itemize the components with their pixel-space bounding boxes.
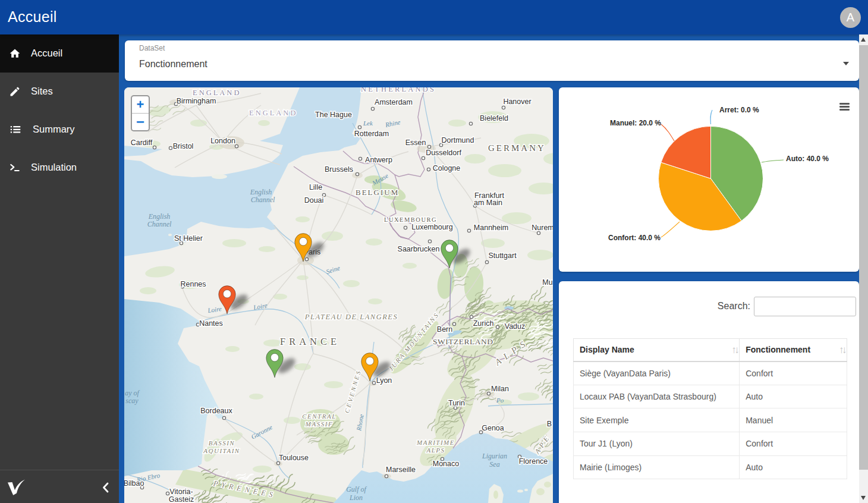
svg-text:BELGIUM: BELGIUM: [356, 188, 399, 197]
svg-text:English: English: [148, 212, 171, 221]
svg-text:Bristol: Bristol: [173, 142, 194, 150]
svg-text:Cologne: Cologne: [433, 164, 461, 172]
svg-text:Nantes: Nantes: [199, 319, 223, 328]
svg-text:Sea: Sea: [489, 460, 499, 469]
svg-text:Lille: Lille: [309, 183, 322, 191]
svg-text:ALPS: ALPS: [426, 447, 445, 454]
svg-text:Douai: Douai: [304, 196, 324, 205]
svg-text:Channel: Channel: [251, 196, 275, 204]
svg-text:Bern: Bern: [437, 325, 452, 334]
svg-text:Genoa: Genoa: [482, 424, 504, 432]
svg-text:London: London: [210, 137, 235, 145]
svg-text:MASSIF: MASSIF: [305, 420, 333, 427]
svg-text:BASSIN: BASSIN: [209, 439, 235, 447]
svg-text:Birmingham: Birmingham: [177, 97, 216, 105]
svg-text:scay: scay: [125, 397, 139, 405]
svg-text:Vitoria-: Vitoria-: [169, 488, 193, 496]
svg-text:Brussels: Brussels: [325, 165, 353, 174]
svg-text:Channel: Channel: [147, 220, 172, 228]
svg-text:Stuttgart: Stuttgart: [488, 252, 517, 260]
svg-text:LUXEMBOURG: LUXEMBOURG: [384, 216, 437, 223]
svg-text:Rennes: Rennes: [180, 280, 206, 288]
svg-text:St Helier: St Helier: [174, 234, 203, 243]
svg-text:PLATEAU DE LANGRES: PLATEAU DE LANGRES: [304, 313, 398, 321]
svg-text:Zurich: Zurich: [473, 319, 494, 328]
svg-text:Mannheim: Mannheim: [474, 224, 508, 232]
svg-text:Monaco: Monaco: [433, 460, 460, 468]
svg-text:Lyon: Lyon: [376, 376, 392, 385]
svg-text:ENGLAND: ENGLAND: [249, 109, 297, 117]
svg-text:Mu: Mu: [542, 278, 552, 287]
svg-text:Bielefeld: Bielefeld: [480, 114, 508, 122]
svg-text:Po: Po: [496, 397, 504, 404]
svg-text:CENTRAL: CENTRAL: [302, 413, 336, 420]
svg-text:Toulouse: Toulouse: [279, 454, 309, 462]
svg-text:Amsterdam: Amsterdam: [375, 98, 413, 106]
svg-text:MARITIME: MARITIME: [416, 439, 455, 446]
svg-text:Saarbrucken: Saarbrucken: [398, 245, 440, 253]
svg-text:B: B: [547, 420, 552, 428]
svg-text:FRANCE: FRANCE: [280, 336, 340, 347]
svg-text:Cardiff: Cardiff: [131, 139, 153, 147]
svg-text:Nurem: Nurem: [532, 224, 553, 232]
svg-text:Marseille: Marseille: [386, 466, 416, 474]
svg-text:Rotterdam: Rotterdam: [354, 130, 389, 138]
svg-text:Dusseldorf: Dusseldorf: [426, 149, 461, 157]
svg-text:Luxembourg: Luxembourg: [411, 223, 453, 231]
svg-text:Antwerp: Antwerp: [365, 156, 392, 164]
svg-text:Ligurian: Ligurian: [482, 452, 507, 460]
svg-text:Florence: Florence: [519, 457, 548, 466]
svg-text:Lion: Lion: [349, 493, 363, 502]
svg-text:The Hague: The Hague: [315, 111, 352, 119]
svg-text:am Main: am Main: [474, 199, 502, 207]
svg-text:GERMANY: GERMANY: [488, 143, 546, 153]
svg-text:NETHERLANDS: NETHERLANDS: [361, 87, 436, 93]
svg-text:ENGLAND: ENGLAND: [193, 89, 241, 97]
svg-text:English: English: [250, 188, 272, 196]
svg-text:SWITZERLAND: SWITZERLAND: [433, 337, 493, 346]
svg-text:Turin: Turin: [448, 399, 465, 407]
svg-text:ay of: ay of: [125, 389, 140, 397]
svg-text:Gasteiz: Gasteiz: [169, 495, 194, 503]
svg-text:Vaduz: Vaduz: [505, 322, 526, 331]
svg-text:Essen: Essen: [405, 139, 426, 147]
svg-text:Milan: Milan: [491, 385, 509, 393]
svg-text:Lek: Lek: [363, 120, 373, 127]
svg-text:Hanover: Hanover: [503, 98, 531, 106]
svg-text:Dortmund: Dortmund: [442, 136, 474, 144]
svg-text:Bordeaux: Bordeaux: [200, 407, 232, 415]
svg-text:AQUITAIN: AQUITAIN: [203, 447, 240, 454]
svg-text:Gulf of: Gulf of: [346, 485, 367, 493]
svg-text:Bilbao: Bilbao: [124, 479, 144, 488]
